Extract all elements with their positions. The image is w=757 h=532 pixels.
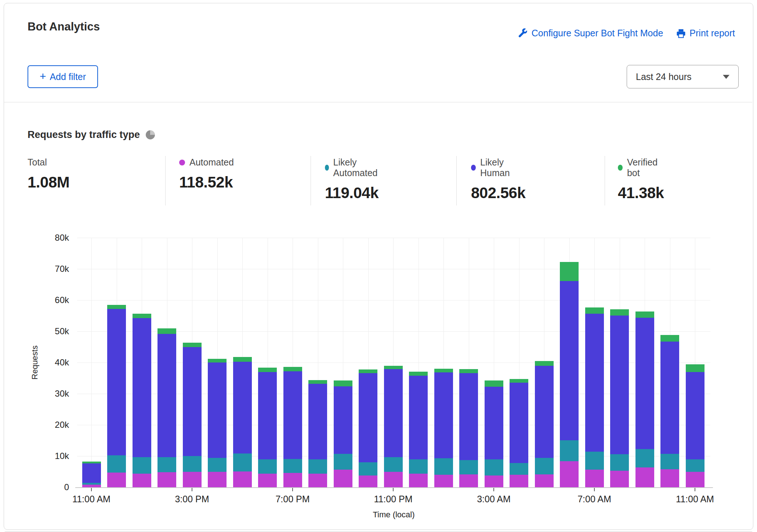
bar-segment-likely-human[interactable] [409, 376, 428, 460]
bar-segment-likely-human[interactable] [82, 463, 101, 483]
bar-segment-verified-bot[interactable] [359, 369, 377, 373]
bar-segment-verified-bot[interactable] [485, 380, 503, 387]
bar-segment-likely-human[interactable] [560, 281, 579, 440]
bar-segment-automated[interactable] [686, 472, 705, 487]
bar-segment-likely-human[interactable] [133, 318, 151, 457]
bar-segment-verified-bot[interactable] [82, 462, 101, 463]
bar-segment-likely-human[interactable] [686, 372, 705, 459]
add-filter-button[interactable]: + Add filter [28, 65, 98, 88]
bar-segment-automated[interactable] [359, 475, 377, 487]
bar-segment-verified-bot[interactable] [510, 379, 528, 383]
time-range-select[interactable]: Last 24 hours [627, 65, 739, 88]
bar-segment-likely-human[interactable] [334, 386, 352, 454]
bar-segment-likely-automated[interactable] [283, 459, 302, 473]
bar-segment-likely-automated[interactable] [535, 458, 554, 474]
bar-segment-likely-human[interactable] [233, 362, 252, 453]
bar-segment-likely-human[interactable] [485, 387, 503, 459]
bar-segment-verified-bot[interactable] [660, 335, 679, 342]
bar-segment-automated[interactable] [485, 475, 503, 487]
bar-segment-likely-human[interactable] [308, 384, 327, 459]
configure-super-bot-fight-mode-link[interactable]: Configure Super Bot Fight Mode [518, 28, 663, 39]
bar-segment-likely-automated[interactable] [334, 454, 352, 470]
bar-segment-likely-automated[interactable] [510, 463, 528, 475]
bar-segment-verified-bot[interactable] [183, 343, 202, 347]
bar-segment-likely-automated[interactable] [459, 460, 478, 474]
bar-segment-likely-human[interactable] [208, 362, 227, 458]
bar-segment-likely-automated[interactable] [635, 449, 654, 467]
bar-segment-likely-human[interactable] [283, 371, 302, 459]
bar-segment-verified-bot[interactable] [560, 262, 579, 281]
bar-segment-likely-automated[interactable] [409, 459, 428, 473]
bar-segment-likely-automated[interactable] [686, 459, 705, 472]
bar-segment-likely-automated[interactable] [434, 458, 453, 475]
bar-segment-likely-automated[interactable] [208, 458, 227, 472]
bar-segment-likely-automated[interactable] [133, 457, 151, 474]
bar-segment-likely-automated[interactable] [384, 457, 403, 472]
bar-segment-verified-bot[interactable] [635, 311, 654, 318]
bar-segment-verified-bot[interactable] [258, 368, 277, 372]
bar-segment-automated[interactable] [635, 467, 654, 487]
bar-segment-automated[interactable] [560, 461, 579, 487]
bar-segment-automated[interactable] [510, 475, 528, 487]
bar-segment-likely-human[interactable] [510, 383, 528, 463]
bar-segment-automated[interactable] [308, 474, 327, 487]
bar-segment-automated[interactable] [133, 474, 151, 487]
bar-segment-likely-automated[interactable] [233, 453, 252, 471]
bar-segment-likely-automated[interactable] [660, 454, 679, 469]
bar-segment-verified-bot[interactable] [535, 361, 554, 366]
bar-segment-likely-human[interactable] [359, 373, 377, 462]
bar-segment-likely-human[interactable] [459, 373, 478, 460]
bar-segment-automated[interactable] [384, 472, 403, 487]
bar-segment-automated[interactable] [258, 474, 277, 487]
bar-segment-automated[interactable] [660, 469, 679, 487]
bar-segment-verified-bot[interactable] [283, 367, 302, 371]
bar-segment-likely-automated[interactable] [107, 455, 126, 473]
print-report-link[interactable]: Print report [676, 28, 735, 39]
bar-segment-automated[interactable] [434, 475, 453, 487]
bar-segment-automated[interactable] [183, 472, 202, 488]
bar-segment-likely-human[interactable] [183, 347, 202, 456]
bar-segment-automated[interactable] [585, 470, 604, 487]
bar-segment-likely-automated[interactable] [157, 457, 176, 473]
bar-segment-verified-bot[interactable] [133, 314, 151, 318]
bar-segment-likely-automated[interactable] [183, 456, 202, 472]
bar-segment-likely-automated[interactable] [359, 462, 377, 475]
bar-segment-likely-automated[interactable] [82, 483, 101, 485]
bar-segment-verified-bot[interactable] [686, 364, 705, 372]
bar-segment-likely-human[interactable] [258, 372, 277, 459]
bar-segment-automated[interactable] [409, 474, 428, 487]
bar-segment-verified-bot[interactable] [384, 366, 403, 369]
bar-segment-automated[interactable] [82, 485, 101, 487]
bar-segment-likely-human[interactable] [535, 366, 554, 458]
bar-segment-likely-automated[interactable] [485, 459, 503, 475]
bar-segment-verified-bot[interactable] [107, 305, 126, 309]
bar-segment-verified-bot[interactable] [434, 369, 453, 372]
bar-segment-verified-bot[interactable] [334, 380, 352, 386]
bar-segment-automated[interactable] [283, 473, 302, 487]
bar-segment-verified-bot[interactable] [308, 380, 327, 384]
bar-segment-likely-automated[interactable] [610, 454, 629, 471]
bar-segment-likely-human[interactable] [434, 372, 453, 458]
bar-segment-verified-bot[interactable] [409, 372, 428, 376]
bar-segment-likely-automated[interactable] [560, 440, 579, 461]
bar-segment-verified-bot[interactable] [585, 307, 604, 313]
bar-segment-likely-human[interactable] [610, 316, 629, 454]
bar-segment-verified-bot[interactable] [610, 309, 629, 316]
bar-segment-verified-bot[interactable] [459, 369, 478, 373]
bar-segment-likely-human[interactable] [635, 318, 654, 449]
bar-segment-likely-human[interactable] [157, 334, 176, 457]
bar-segment-automated[interactable] [610, 471, 629, 487]
bar-segment-likely-automated[interactable] [308, 459, 327, 474]
bar-segment-automated[interactable] [459, 474, 478, 487]
bar-segment-automated[interactable] [334, 470, 352, 487]
bar-segment-likely-automated[interactable] [585, 452, 604, 469]
bar-segment-automated[interactable] [535, 474, 554, 487]
bar-segment-automated[interactable] [208, 472, 227, 487]
bar-segment-automated[interactable] [233, 471, 252, 487]
bar-segment-verified-bot[interactable] [157, 328, 176, 334]
bar-segment-verified-bot[interactable] [208, 359, 227, 362]
bar-segment-likely-automated[interactable] [258, 459, 277, 473]
bar-segment-likely-human[interactable] [384, 369, 403, 458]
bar-segment-likely-human[interactable] [107, 309, 126, 456]
bar-segment-automated[interactable] [107, 473, 126, 487]
